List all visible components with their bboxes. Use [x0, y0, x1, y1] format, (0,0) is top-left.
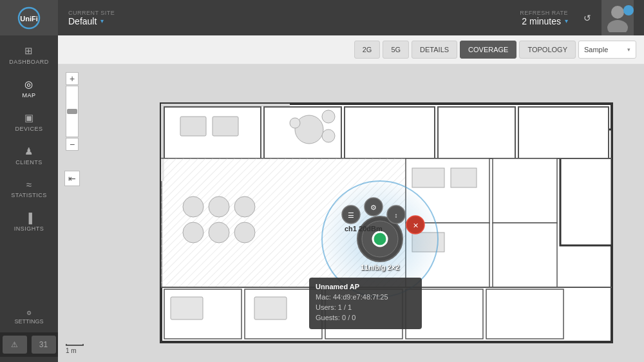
zoom-out-button[interactable]: −	[66, 138, 79, 151]
floorplan-svg: ☰ ⚙ ↕ ✕ ch1 20dBm 11n/b/g 2×2 Unnamed AP…	[58, 64, 644, 362]
refresh-button[interactable]: ↺	[583, 13, 591, 23]
sidebar-item-dashboard[interactable]: ⊞ DASHBOARD	[0, 38, 58, 71]
topbar: CURRENT SITE Default ▾ REFRESH RATE 2 mi…	[58, 0, 644, 35]
clients-icon: ♟	[24, 146, 33, 157]
svg-point-30	[295, 115, 323, 144]
btn-2g[interactable]: 2G	[354, 41, 381, 59]
settings-icon: ⚙	[26, 310, 32, 316]
statistics-icon: ≈	[26, 179, 32, 190]
btn-coverage[interactable]: COVERAGE	[460, 41, 516, 59]
sidebar-item-statistics[interactable]: ≈ STATISTICS	[0, 172, 58, 205]
svg-text:✕: ✕	[413, 222, 419, 229]
zoom-in-button[interactable]: +	[66, 72, 79, 85]
zoom-controls: + −	[66, 72, 79, 151]
svg-text:UniFi: UniFi	[20, 15, 38, 23]
btn-details[interactable]: DETAILS	[412, 41, 457, 59]
sidebar-item-clients[interactable]: ♟ CLIENTS	[0, 138, 58, 172]
sidebar-bottom: ⚙ SETTINGS ⚠ 31	[0, 296, 58, 362]
sidebar-item-label: CLIENTS	[15, 159, 43, 166]
sidebar-item-settings[interactable]: ⚙ SETTINGS	[0, 301, 58, 332]
refresh-rate-label: REFRESH RATE	[520, 10, 568, 16]
svg-point-34	[183, 196, 204, 217]
svg-rect-63	[254, 297, 287, 319]
site-name: Default	[68, 16, 97, 26]
sidebar-item-label: MAP	[22, 92, 35, 99]
footer-count-button[interactable]: 31	[32, 336, 56, 354]
svg-point-37	[183, 222, 204, 243]
refresh-dropdown-arrow-icon: ▾	[565, 17, 568, 24]
map-sample-select[interactable]: Sample ▾	[578, 41, 636, 59]
svg-point-31	[322, 110, 335, 123]
svg-text:↕: ↕	[395, 212, 398, 219]
refresh-section: REFRESH RATE 2 minutes ▾	[520, 10, 568, 26]
svg-point-39	[234, 222, 255, 243]
sidebar-item-label: DEVICES	[15, 126, 43, 132]
svg-text:Users: 1 / 1: Users: 1 / 1	[316, 303, 352, 311]
svg-point-46	[373, 232, 387, 246]
refresh-selector[interactable]: 2 minutes ▾	[522, 16, 568, 26]
sidebar-item-devices[interactable]: ▣ DEVICES	[0, 105, 58, 138]
scale-bar	[66, 344, 84, 346]
svg-rect-12	[345, 107, 435, 158]
devices-icon: ▣	[24, 112, 34, 124]
expand-button[interactable]: ⇤	[64, 171, 80, 186]
svg-rect-40	[412, 168, 444, 187]
user-avatar[interactable]	[601, 0, 634, 35]
sample-label: Sample	[584, 46, 622, 53]
dashboard-icon: ⊞	[24, 45, 33, 57]
sidebar-item-label: DASHBOARD	[9, 59, 49, 65]
svg-point-32	[322, 129, 335, 142]
scale-indicator: 1 m	[66, 344, 84, 354]
scale-label: 1 m	[66, 347, 77, 354]
svg-text:ch1  20dBm: ch1 20dBm	[345, 225, 383, 233]
svg-text:Mac: 44:d9:e7:48:7f:25: Mac: 44:d9:e7:48:7f:25	[316, 293, 388, 301]
map-canvas[interactable]: ☰ ⚙ ↕ ✕ ch1 20dBm 11n/b/g 2×2 Unnamed AP…	[58, 64, 644, 362]
svg-point-2	[611, 6, 624, 19]
svg-rect-21	[493, 223, 557, 287]
zoom-slider-track[interactable]	[66, 86, 79, 137]
sample-dropdown-arrow-icon: ▾	[627, 46, 630, 53]
sidebar-item-label: STATISTICS	[11, 192, 47, 198]
svg-text:Guests: 0 / 0: Guests: 0 / 0	[316, 314, 355, 321]
svg-point-35	[209, 196, 229, 217]
sidebar-item-label: INSIGHTS	[14, 225, 44, 232]
unifi-logo-icon: UniFi	[12, 6, 46, 30]
btn-5g[interactable]: 5G	[383, 41, 409, 59]
svg-rect-27	[486, 289, 564, 339]
svg-text:☰: ☰	[348, 211, 354, 219]
map-toolbar: 2G 5G DETAILS COVERAGE TOPOLOGY Sample ▾	[58, 35, 644, 64]
site-selector[interactable]: Default ▾	[68, 16, 115, 26]
main-content: CURRENT SITE Default ▾ REFRESH RATE 2 mi…	[58, 0, 644, 362]
svg-rect-29	[213, 117, 238, 136]
svg-rect-13	[438, 107, 515, 158]
current-site-label: CURRENT SITE	[68, 10, 115, 16]
footer-count: 31	[39, 340, 48, 349]
svg-text:11n/b/g  2×2: 11n/b/g 2×2	[361, 263, 399, 271]
insights-icon: ▐	[25, 213, 32, 224]
site-dropdown-arrow-icon: ▾	[100, 17, 104, 24]
map-icon: ◎	[24, 79, 33, 90]
footer-alert-button[interactable]: ⚠	[3, 336, 27, 354]
svg-point-33	[290, 118, 300, 128]
nav-items: ⊞ DASHBOARD ◎ MAP ▣ DEVICES ♟ CLIENTS ≈ …	[0, 38, 58, 296]
refresh-value: 2 minutes	[522, 16, 561, 26]
btn-topology[interactable]: TOPOLOGY	[519, 41, 576, 59]
alert-icon: ⚠	[11, 340, 18, 349]
sidebar-item-map[interactable]: ◎ MAP	[0, 71, 58, 105]
svg-rect-62	[171, 297, 203, 319]
svg-rect-41	[451, 168, 477, 187]
site-section: CURRENT SITE Default ▾	[68, 10, 115, 26]
sidebar-footer: ⚠ 31	[0, 332, 58, 357]
logo-area: UniFi	[0, 0, 58, 35]
zoom-slider-thumb[interactable]	[67, 109, 77, 114]
svg-rect-20	[493, 158, 557, 223]
svg-text:Unnamed AP: Unnamed AP	[316, 283, 359, 291]
svg-point-38	[209, 222, 229, 243]
svg-rect-28	[180, 117, 206, 136]
settings-label: SETTINGS	[14, 318, 43, 325]
svg-point-3	[607, 20, 628, 32]
sidebar: UniFi ⊞ DASHBOARD ◎ MAP ▣ DEVICES ♟ CLIE…	[0, 0, 58, 362]
svg-point-36	[234, 196, 255, 217]
notification-badge	[623, 5, 634, 15]
sidebar-item-insights[interactable]: ▐ INSIGHTS	[0, 205, 58, 239]
